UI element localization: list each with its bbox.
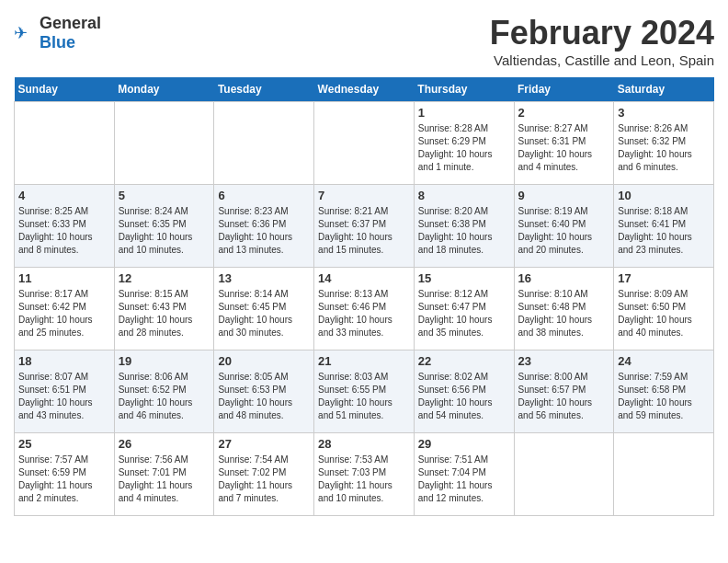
day-number: 12 <box>119 271 210 285</box>
day-number: 8 <box>418 189 510 202</box>
day-info: Sunrise: 8:24 AMSunset: 6:35 PMDaylight:… <box>119 205 210 257</box>
day-number: 14 <box>318 271 410 285</box>
calendar-week-row: 4Sunrise: 8:25 AMSunset: 6:33 PMDaylight… <box>15 185 714 268</box>
calendar-week-row: 11Sunrise: 8:17 AMSunset: 6:42 PMDayligh… <box>15 268 714 350</box>
calendar-day-cell: 15Sunrise: 8:12 AMSunset: 6:47 PMDayligh… <box>414 268 514 350</box>
day-number: 19 <box>119 354 210 368</box>
calendar-day-cell: 1Sunrise: 8:28 AMSunset: 6:29 PMDaylight… <box>414 102 514 185</box>
calendar-day-cell: 28Sunrise: 7:53 AMSunset: 7:03 PMDayligh… <box>314 433 415 516</box>
calendar-day-cell <box>614 433 714 516</box>
calendar-header-row: SundayMondayTuesdayWednesdayThursdayFrid… <box>15 77 714 102</box>
title-area: February 2024 Valtiendas, Castille and L… <box>490 14 714 68</box>
day-number: 29 <box>418 437 510 451</box>
day-number: 9 <box>518 189 610 202</box>
day-info: Sunrise: 8:07 AMSunset: 6:51 PMDaylight:… <box>18 371 110 422</box>
calendar-day-cell: 25Sunrise: 7:57 AMSunset: 6:59 PMDayligh… <box>15 433 115 516</box>
day-info: Sunrise: 7:54 AMSunset: 7:02 PMDaylight:… <box>218 454 310 505</box>
month-title: February 2024 <box>490 14 714 52</box>
calendar-day-cell: 22Sunrise: 8:02 AMSunset: 6:56 PMDayligh… <box>414 350 514 433</box>
day-info: Sunrise: 7:56 AMSunset: 7:01 PMDaylight:… <box>119 454 210 505</box>
day-number: 28 <box>318 437 410 451</box>
logo: ✈ General Blue <box>14 14 101 52</box>
calendar-table: SundayMondayTuesdayWednesdayThursdayFrid… <box>14 77 714 516</box>
calendar-day-cell: 8Sunrise: 8:20 AMSunset: 6:38 PMDaylight… <box>414 185 514 268</box>
day-info: Sunrise: 8:14 AMSunset: 6:45 PMDaylight:… <box>218 288 310 339</box>
day-info: Sunrise: 8:03 AMSunset: 6:55 PMDaylight:… <box>318 371 410 422</box>
day-number: 5 <box>119 189 210 202</box>
calendar-week-row: 25Sunrise: 7:57 AMSunset: 6:59 PMDayligh… <box>15 433 714 516</box>
day-header-tuesday: Tuesday <box>214 77 314 102</box>
calendar-day-cell: 12Sunrise: 8:15 AMSunset: 6:43 PMDayligh… <box>114 268 214 350</box>
calendar-day-cell <box>514 433 614 516</box>
logo-icon: ✈ <box>14 22 36 44</box>
day-number: 7 <box>318 189 410 202</box>
day-number: 11 <box>18 271 110 285</box>
calendar-day-cell: 2Sunrise: 8:27 AMSunset: 6:31 PMDaylight… <box>514 102 614 185</box>
day-number: 21 <box>318 354 410 368</box>
svg-text:✈: ✈ <box>14 24 28 42</box>
calendar-day-cell: 19Sunrise: 8:06 AMSunset: 6:52 PMDayligh… <box>114 350 214 433</box>
calendar-day-cell <box>15 102 115 185</box>
day-number: 25 <box>18 437 110 451</box>
day-info: Sunrise: 8:15 AMSunset: 6:43 PMDaylight:… <box>119 288 210 339</box>
location-title: Valtiendas, Castille and Leon, Spain <box>490 52 714 68</box>
day-info: Sunrise: 8:20 AMSunset: 6:38 PMDaylight:… <box>418 205 510 257</box>
day-info: Sunrise: 8:28 AMSunset: 6:29 PMDaylight:… <box>418 122 510 174</box>
day-number: 27 <box>218 437 310 451</box>
day-number: 26 <box>119 437 210 451</box>
day-number: 22 <box>418 354 510 368</box>
calendar-day-cell: 11Sunrise: 8:17 AMSunset: 6:42 PMDayligh… <box>15 268 115 350</box>
calendar-day-cell <box>214 102 314 185</box>
day-number: 6 <box>218 189 310 202</box>
day-info: Sunrise: 8:27 AMSunset: 6:31 PMDaylight:… <box>518 122 610 174</box>
calendar-day-cell: 23Sunrise: 8:00 AMSunset: 6:57 PMDayligh… <box>514 350 614 433</box>
calendar-day-cell: 20Sunrise: 8:05 AMSunset: 6:53 PMDayligh… <box>214 350 314 433</box>
calendar-day-cell: 10Sunrise: 8:18 AMSunset: 6:41 PMDayligh… <box>614 185 714 268</box>
calendar-day-cell: 17Sunrise: 8:09 AMSunset: 6:50 PMDayligh… <box>614 268 714 350</box>
day-number: 10 <box>618 189 710 202</box>
day-number: 20 <box>218 354 310 368</box>
day-info: Sunrise: 8:00 AMSunset: 6:57 PMDaylight:… <box>518 371 610 422</box>
day-number: 4 <box>18 189 110 202</box>
day-header-friday: Friday <box>514 77 614 102</box>
day-header-sunday: Sunday <box>15 77 115 102</box>
day-info: Sunrise: 7:53 AMSunset: 7:03 PMDaylight:… <box>318 454 410 505</box>
day-info: Sunrise: 8:21 AMSunset: 6:37 PMDaylight:… <box>318 205 410 257</box>
day-number: 2 <box>518 106 610 120</box>
day-info: Sunrise: 7:57 AMSunset: 6:59 PMDaylight:… <box>18 454 110 505</box>
calendar-day-cell <box>114 102 214 185</box>
day-number: 1 <box>418 106 510 120</box>
day-info: Sunrise: 8:17 AMSunset: 6:42 PMDaylight:… <box>18 288 110 339</box>
day-number: 23 <box>518 354 610 368</box>
calendar-day-cell: 5Sunrise: 8:24 AMSunset: 6:35 PMDaylight… <box>114 185 214 268</box>
calendar-day-cell: 29Sunrise: 7:51 AMSunset: 7:04 PMDayligh… <box>414 433 514 516</box>
day-info: Sunrise: 8:12 AMSunset: 6:47 PMDaylight:… <box>418 288 510 339</box>
day-info: Sunrise: 8:06 AMSunset: 6:52 PMDaylight:… <box>119 371 210 422</box>
day-header-wednesday: Wednesday <box>314 77 415 102</box>
calendar-day-cell: 14Sunrise: 8:13 AMSunset: 6:46 PMDayligh… <box>314 268 415 350</box>
day-header-monday: Monday <box>114 77 214 102</box>
calendar-day-cell <box>314 102 415 185</box>
day-info: Sunrise: 8:09 AMSunset: 6:50 PMDaylight:… <box>618 288 710 339</box>
day-number: 15 <box>418 271 510 285</box>
calendar-week-row: 18Sunrise: 8:07 AMSunset: 6:51 PMDayligh… <box>15 350 714 433</box>
day-number: 17 <box>618 271 710 285</box>
day-info: Sunrise: 8:25 AMSunset: 6:33 PMDaylight:… <box>18 205 110 257</box>
day-number: 3 <box>618 106 710 120</box>
day-number: 13 <box>218 271 310 285</box>
day-info: Sunrise: 8:23 AMSunset: 6:36 PMDaylight:… <box>218 205 310 257</box>
day-info: Sunrise: 8:19 AMSunset: 6:40 PMDaylight:… <box>518 205 610 257</box>
calendar-day-cell: 13Sunrise: 8:14 AMSunset: 6:45 PMDayligh… <box>214 268 314 350</box>
logo-blue-text: Blue <box>40 33 75 52</box>
page-header: ✈ General Blue February 2024 Valtiendas,… <box>14 14 714 68</box>
calendar-day-cell: 16Sunrise: 8:10 AMSunset: 6:48 PMDayligh… <box>514 268 614 350</box>
calendar-day-cell: 7Sunrise: 8:21 AMSunset: 6:37 PMDaylight… <box>314 185 415 268</box>
logo-general-text: General <box>40 14 101 32</box>
day-header-thursday: Thursday <box>414 77 514 102</box>
calendar-day-cell: 3Sunrise: 8:26 AMSunset: 6:32 PMDaylight… <box>614 102 714 185</box>
day-info: Sunrise: 8:13 AMSunset: 6:46 PMDaylight:… <box>318 288 410 339</box>
day-info: Sunrise: 7:59 AMSunset: 6:58 PMDaylight:… <box>618 371 710 422</box>
calendar-day-cell: 4Sunrise: 8:25 AMSunset: 6:33 PMDaylight… <box>15 185 115 268</box>
day-info: Sunrise: 8:26 AMSunset: 6:32 PMDaylight:… <box>618 122 710 174</box>
day-number: 24 <box>618 354 710 368</box>
